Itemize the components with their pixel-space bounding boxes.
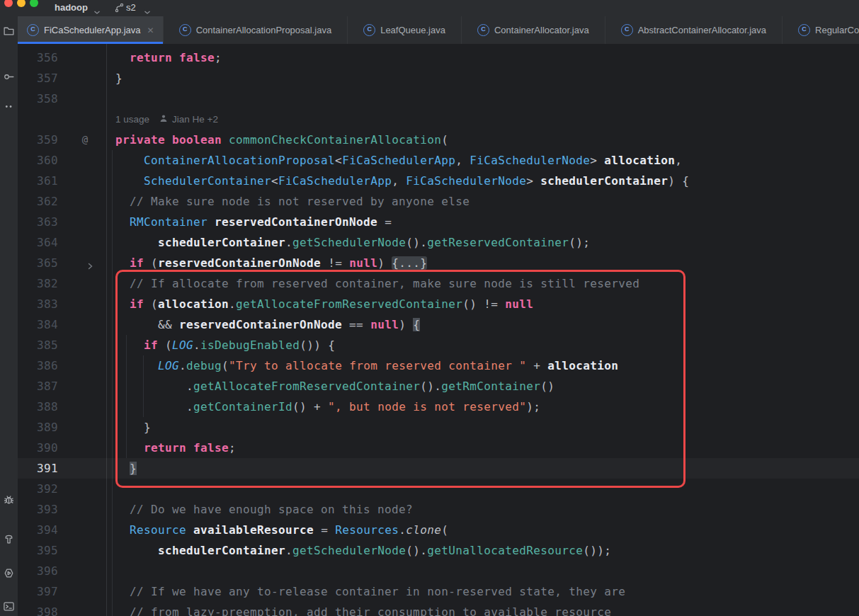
authors-hint[interactable]: Jian He +2	[159, 114, 218, 125]
line-number[interactable]: 394	[18, 520, 58, 540]
code-token: reservedContainerOnNode	[158, 256, 321, 270]
code-token: ()	[540, 380, 554, 393]
line-number[interactable]: 395	[18, 540, 58, 561]
code-line[interactable]: 391 }	[18, 458, 859, 479]
more-tool-windows-tool-button[interactable]	[3, 101, 15, 113]
code-token: !=	[321, 256, 349, 270]
editor-tab[interactable]: CFiCaSchedulerApp.java✕	[18, 16, 163, 44]
line-number[interactable]: 363	[18, 212, 58, 232]
code-line[interactable]: 398 // from lazy-preemption, add their c…	[18, 602, 859, 616]
code-line[interactable]: 385 if (LOG.isDebugEnabled()) {	[18, 335, 859, 355]
code-token: .	[101, 380, 193, 393]
line-number[interactable]: 391	[18, 458, 58, 479]
code-line[interactable]: 395 schedulerContainer.getSchedulerNode(…	[18, 540, 859, 561]
line-number[interactable]: 389	[18, 417, 58, 438]
code-line[interactable]: 382 // If allocate from reserved contain…	[18, 273, 859, 294]
code-line[interactable]: 365 if (reservedContainerOnNode != null)…	[18, 253, 859, 273]
build-tool-button[interactable]	[3, 533, 15, 545]
line-number[interactable]: 390	[18, 438, 58, 458]
line-number[interactable]: 362	[18, 191, 58, 212]
code-token: .	[229, 297, 236, 311]
line-number[interactable]: 364	[18, 232, 58, 253]
code-text: Resource availableResource = Resources.c…	[101, 520, 448, 540]
editor-tab[interactable]: CAbstractContainerAllocator.java	[605, 16, 782, 44]
line-number[interactable]: 382	[18, 273, 58, 294]
code-token: ().	[420, 380, 441, 393]
code-line[interactable]: 363 RMContainer reservedContainerOnNode …	[18, 212, 859, 232]
line-number[interactable]: 384	[18, 314, 58, 335]
code-line[interactable]: 360 ContainerAllocationProposal<FiCaSche…	[18, 150, 859, 171]
line-number[interactable]: 383	[18, 294, 58, 314]
code-token: reservedContainerOnNode	[179, 318, 342, 331]
line-number[interactable]: 388	[18, 397, 58, 417]
code-line[interactable]: 397 // If we have any to-release contain…	[18, 581, 859, 602]
code-text: .getContainerId() + ", but node is not r…	[101, 397, 540, 417]
code-token: ", but node is not reserved"	[328, 400, 526, 413]
editor-tab[interactable]: CRegularCo	[782, 16, 859, 44]
line-number[interactable]: 398	[18, 602, 58, 616]
code-token: ;	[229, 441, 236, 455]
code-line[interactable]: 390 return false;	[18, 438, 859, 458]
code-line[interactable]: 388 .getContainerId() + ", but node is n…	[18, 397, 859, 417]
close-icon[interactable]: ✕	[147, 26, 154, 35]
line-number[interactable]: 393	[18, 499, 58, 520]
code-line[interactable]: 362 // Make sure node is not reserved by…	[18, 191, 859, 212]
project-switcher[interactable]: hadoop	[55, 1, 88, 15]
line-number[interactable]: 392	[18, 479, 58, 499]
line-number[interactable]: 387	[18, 376, 58, 397]
editor-tab[interactable]: CContainerAllocator.java	[461, 16, 605, 44]
code-line[interactable]: 358	[18, 89, 859, 109]
code-line[interactable]: 361 SchedulerContainer<FiCaSchedulerApp,…	[18, 171, 859, 191]
editor-tab[interactable]: CContainerAllocationProposal.java	[163, 16, 348, 44]
line-number[interactable]: 396	[18, 561, 58, 581]
code-line[interactable]: 393 // Do we have enough space on this n…	[18, 499, 859, 520]
zoom-button[interactable]	[30, 0, 38, 7]
usages-hint[interactable]: 1 usage	[115, 114, 149, 125]
code-line[interactable]: 392	[18, 479, 859, 499]
inlay-hint-line[interactable]: 1 usageJian He +2	[18, 109, 859, 130]
code-token: ,	[675, 154, 682, 167]
code-line[interactable]: 359@ private boolean commonCheckContaine…	[18, 130, 859, 150]
minimize-button[interactable]	[17, 0, 25, 7]
code-line[interactable]: 396	[18, 561, 859, 581]
code-line[interactable]: 389 }	[18, 417, 859, 438]
line-number[interactable]: 360	[18, 150, 58, 171]
code-line[interactable]: 357 }	[18, 68, 859, 89]
code-line[interactable]: 386 LOG.debug("Try to allocate from rese…	[18, 355, 859, 376]
folded-region[interactable]: {...}	[392, 256, 427, 270]
tab-label: ContainerAllocationProposal.java	[196, 25, 332, 35]
line-number[interactable]: 361	[18, 171, 58, 191]
code-line[interactable]: 384 && reservedContainerOnNode == null) …	[18, 314, 859, 335]
code-token: ;	[215, 51, 222, 64]
line-number[interactable]: 357	[18, 68, 58, 89]
terminal-tool-button[interactable]	[3, 600, 15, 612]
code-token: FiCaSchedulerApp	[342, 154, 455, 167]
editor-pane[interactable]: 356 return false;357 }3581 usageJian He …	[18, 44, 859, 616]
line-number[interactable]: 358	[18, 89, 58, 109]
services-tool-button[interactable]	[3, 567, 15, 579]
code-token: // Make sure node is not reserved by any…	[101, 195, 470, 208]
commit-tool-button[interactable]	[3, 71, 15, 83]
line-number[interactable]: 365	[18, 253, 58, 273]
debug-tool-button[interactable]	[3, 494, 15, 506]
code-line[interactable]: 383 if (allocation.getAllocateFromReserv…	[18, 294, 859, 314]
project-folder-tool-button[interactable]	[3, 25, 15, 37]
code-line[interactable]: 364 schedulerContainer.getSchedulerNode(…	[18, 232, 859, 253]
git-branch-icon	[114, 2, 125, 16]
code-line[interactable]: 356 return false;	[18, 47, 859, 68]
code-token	[101, 256, 130, 270]
branch-switcher[interactable]: s2	[126, 1, 136, 15]
code-token: // If we have any to-release container i…	[101, 585, 625, 598]
fold-arrow-icon[interactable]	[88, 260, 93, 273]
line-number[interactable]: 386	[18, 355, 58, 376]
close-button[interactable]	[4, 0, 13, 7]
line-number[interactable]: 397	[18, 581, 58, 602]
debug-icon	[3, 494, 15, 506]
line-number[interactable]: 385	[18, 335, 58, 355]
editor-tab[interactable]: CLeafQueue.java	[347, 16, 461, 44]
line-number[interactable]: 356	[18, 47, 58, 68]
code-line[interactable]: 394 Resource availableResource = Resourc…	[18, 520, 859, 540]
tab-label: AbstractContainerAllocator.java	[638, 25, 766, 35]
code-line[interactable]: 387 .getAllocateFromReservedContainer().…	[18, 376, 859, 397]
line-number[interactable]: 359	[18, 130, 58, 150]
